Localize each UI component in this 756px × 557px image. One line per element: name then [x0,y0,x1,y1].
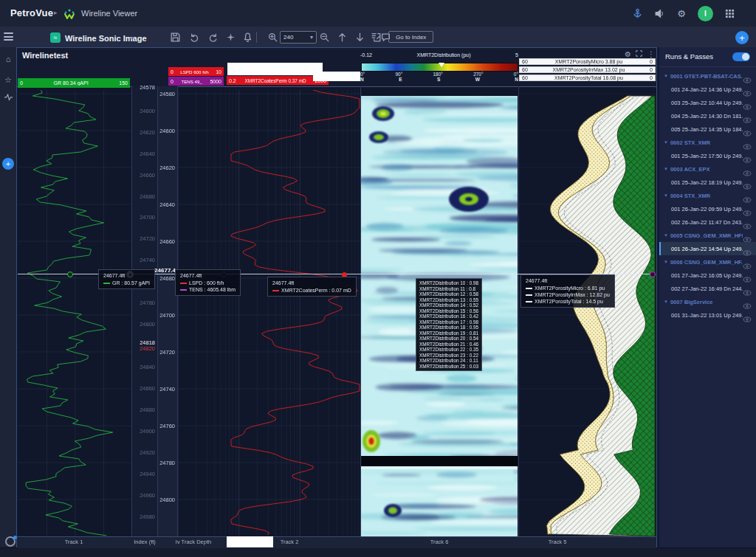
run-row[interactable]: ▼ 0004 STX_XMR [659,189,756,202]
run-label: 0004 STX_XMR [670,193,743,199]
tens-max: 5000 [210,79,221,84]
runs-passes-toggle[interactable] [732,52,750,61]
add-view-button[interactable]: + [735,31,749,44]
porosity-max: 0 [650,75,653,80]
pass-list: 001 25-Jan-22 18:19 Up 249... [659,176,756,189]
rail-add-button[interactable]: + [2,158,14,170]
porosity-scale-bar[interactable]: 60 XMRT2PorosityTotal 16.08 pu 0 [519,75,656,81]
anchor-icon[interactable] [631,7,643,19]
pass-row[interactable]: 003 25-Jan-22 10:44 Up 249... [659,96,756,109]
visibility-eye-icon[interactable] [743,126,752,132]
visibility-eye-icon[interactable] [743,232,752,238]
pass-row[interactable]: 001 27-Jan-22 16:05 Up 249... [659,269,756,282]
visibility-eye-icon[interactable] [743,73,752,79]
avatar[interactable]: I [698,6,713,21]
pass-row[interactable]: 001 24-Jan-22 14:36 Up 249... [659,83,756,96]
run-group: ▼ 0002 STX_XMR 001 25-Jan-22 17:50 Up 24… [659,136,756,162]
pass-row[interactable]: 001 26-Jan-22 14:54 Up 249... [659,242,756,255]
menu-hamburger-icon[interactable] [4,32,13,41]
scroll-up-icon[interactable] [337,32,348,43]
track-strip[interactable] [17,86,656,537]
run-row[interactable]: ▼ 0001 GTET-PBT-BSAT-CAS... [659,69,756,83]
home-icon[interactable]: ⌂ [0,55,16,63]
sidebar-title: Runs & Passes [665,52,713,60]
visibility-eye-icon[interactable] [743,206,752,212]
status-bar: © 2022 Petrolink All Rights Reserved Tim… [0,547,756,557]
distribution-tooltip-row: XMRT2Distribution 13 : 0.55 [419,297,478,303]
visibility-eye-icon[interactable] [743,246,752,252]
visibility-eye-icon[interactable] [743,286,752,291]
preset-caret-icon[interactable]: ▾ [130,35,133,41]
visibility-eye-icon[interactable] [743,100,752,105]
visibility-eye-icon[interactable] [743,166,752,172]
visibility-eye-icon[interactable] [743,113,752,119]
pass-label: 002 26-Jan-22 11:47 Dn 243... [671,219,743,226]
toolbar-divider [256,32,257,43]
pass-row[interactable]: 002 27-Jan-22 16:49 Dn 244... [659,282,756,295]
apps-grid-icon[interactable] [724,7,735,19]
visibility-eye-icon[interactable] [743,139,752,145]
collapse-caret-icon[interactable]: ▼ [664,300,668,304]
run-row[interactable]: ▼ 0002 STX_XMR [659,136,756,149]
preset-title[interactable]: Wireline Sonic Image [65,34,147,43]
pass-row[interactable]: 001 25-Jan-22 17:50 Up 249... [659,149,756,162]
alerts-bell-icon[interactable] [242,32,253,43]
run-row[interactable]: ▼ 0003 ACX_EPX [659,162,756,176]
visibility-eye-icon[interactable] [743,312,752,318]
porosity-min: 60 [522,67,528,72]
gr-readout: 24677.4ft GR : 80.57 gAPI [98,269,155,289]
activity-icon[interactable] [0,93,16,103]
gr-scale-bar[interactable]: 0 GR 80.34 gAPI 150 [18,78,130,88]
visibility-eye-icon[interactable] [743,86,752,92]
run-row[interactable]: ▼ 0007 BigService [659,295,756,308]
visibility-eye-icon[interactable] [743,219,752,225]
panel-expand-icon[interactable] [636,50,642,58]
split-tool-icon[interactable] [225,32,236,43]
gear-icon[interactable]: ⚙ [676,7,687,19]
visibility-eye-icon[interactable] [743,179,752,185]
undo-button[interactable] [189,32,200,43]
collapse-caret-icon[interactable]: ▼ [664,74,668,78]
pass-row[interactable]: 001 31-Jan-22 13:01 Up 249... [659,308,756,322]
scroll-down-icon[interactable] [354,32,365,43]
pass-row[interactable]: 004 25-Jan-22 14:30 Dn 181... [659,109,756,122]
column-divider [518,86,519,547]
volume-icon[interactable] [653,7,665,19]
visibility-eye-icon[interactable] [743,193,752,198]
go-to-index-button[interactable]: Go to Index [388,31,433,43]
readout-line: GR : 80.57 gAPI [103,280,150,286]
collapse-caret-icon[interactable]: ▼ [664,193,668,198]
blank-header-box [313,72,360,81]
panel-kebab-menu-icon[interactable]: ⋮ [647,50,655,58]
zoom-in-icon[interactable] [267,32,278,43]
zoom-level-select[interactable]: 240 ▾ [280,31,317,44]
depth-label: 24660 [130,172,155,179]
pass-row[interactable]: 001 25-Jan-22 18:19 Up 249... [659,176,756,189]
run-row[interactable]: ▼ 0006 CSNG_GEM_XMR_HF... [659,255,756,269]
favorite-star-icon[interactable]: ☆ [0,75,16,85]
visibility-eye-icon[interactable] [743,259,752,265]
readout-text: TENS : 4605.48 lbm [189,286,236,293]
pass-label: 004 25-Jan-22 14:30 Dn 181... [671,113,743,120]
pass-row[interactable]: 001 26-Jan-22 09:59 Up 249... [659,202,756,215]
redo-button[interactable] [207,32,219,43]
orientation-direction: N [515,77,518,82]
lspd-scale-bar[interactable]: 0 LSPD 600 ft/h 10 [168,67,224,76]
pass-label: 001 26-Jan-22 14:54 Up 249... [671,246,743,252]
collapse-caret-icon[interactable]: ▼ [664,260,668,264]
tens-scale-bar[interactable]: 0 TENS 49_ 5000 [168,77,224,86]
porosity-scale-bar[interactable]: 60 XMRT2PorosityMicro 3.88 pu 0 [519,58,656,65]
visibility-eye-icon[interactable] [743,153,752,159]
visibility-eye-icon[interactable] [743,272,752,278]
collapse-caret-icon[interactable]: ▼ [664,167,668,171]
collapse-caret-icon[interactable]: ▼ [664,233,668,238]
pass-row[interactable]: 005 25-Jan-22 14:35 Up 184... [659,122,756,136]
save-button[interactable] [170,32,181,43]
zoom-out-icon[interactable] [319,32,330,43]
pass-row[interactable]: 002 26-Jan-22 11:47 Dn 243... [659,215,756,229]
panel-settings-gear-icon[interactable]: ⚙ [625,50,631,58]
porosity-scale-bar[interactable]: 60 XMRT2PorosityIrrMax 13.02 pu 0 [519,66,656,73]
collapse-caret-icon[interactable]: ▼ [664,140,668,145]
run-row[interactable]: ▼ 0005 CSNG_GEM_XMR_HFBI [659,229,756,242]
visibility-eye-icon[interactable] [743,299,752,305]
